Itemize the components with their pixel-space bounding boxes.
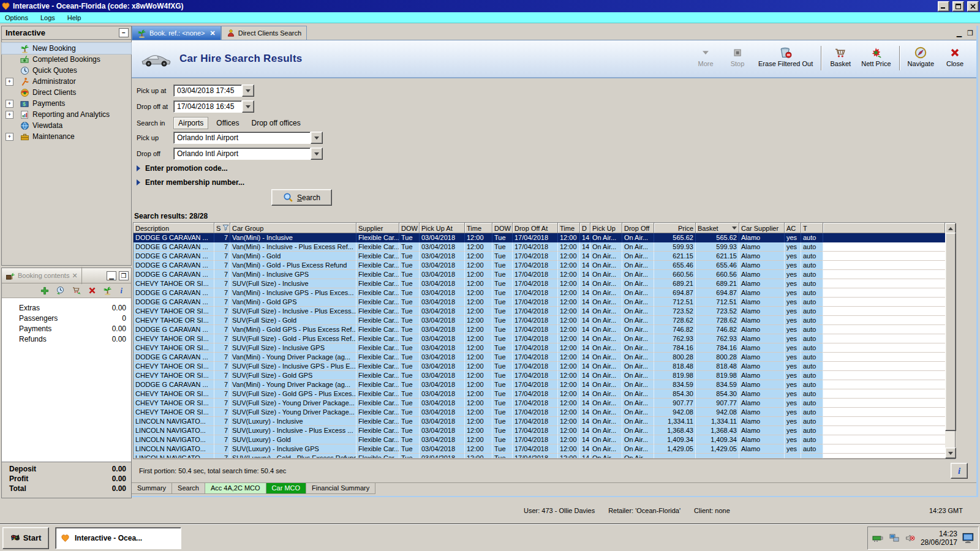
result-row[interactable]: DODGE G CARAVAN ...7Van(Mini) - Inclusiv… bbox=[134, 233, 945, 242]
pickup-at-dropdown-icon[interactable] bbox=[242, 84, 254, 97]
column-header-basket[interactable]: Basket bbox=[696, 223, 739, 233]
dropoff-value[interactable]: Orlando Intl Airport bbox=[173, 148, 311, 160]
sidebar-item-new-booking[interactable]: +New Booking bbox=[2, 43, 131, 54]
column-header-time[interactable]: Time bbox=[465, 223, 492, 233]
column-header-supplier[interactable]: Supplier bbox=[356, 223, 399, 233]
sidebar-item-completed-bookings[interactable]: +Completed Bookings bbox=[2, 54, 131, 65]
result-row[interactable]: DODGE G CARAVAN ...7Van(Mini) - Inclusiv… bbox=[134, 270, 945, 279]
start-button[interactable]: Start bbox=[2, 527, 49, 549]
column-header-s[interactable]: S bbox=[214, 223, 230, 233]
column-header-dow[interactable]: DOW bbox=[492, 223, 513, 233]
result-row[interactable]: DODGE G CARAVAN ...7Van(Mini) - Young Dr… bbox=[134, 353, 945, 362]
expand-icon[interactable]: + bbox=[6, 111, 13, 119]
search-in-option-drop-off-offices[interactable]: Drop off offices bbox=[247, 118, 304, 129]
maximize-view-button[interactable]: ❒ bbox=[119, 271, 129, 280]
sidebar-item-viewdata[interactable]: +Viewdata bbox=[2, 120, 131, 131]
delete-icon[interactable] bbox=[88, 287, 96, 294]
taskbar-task-button[interactable]: Interactive - Ocea... bbox=[55, 527, 181, 549]
result-row[interactable]: LINCOLN NAVIGATO...7SUV(Luxury) - Inclus… bbox=[134, 417, 945, 426]
result-row[interactable]: DODGE G CARAVAN ...7Van(Mini) - Gold GPS… bbox=[134, 325, 945, 334]
pickup-at-field[interactable]: 03/04/2018 17:45 bbox=[173, 84, 254, 97]
navigate-button[interactable]: Navigate bbox=[903, 45, 938, 69]
result-row[interactable]: LINCOLN NAVIGATO...7SUV(Luxury) - GoldFl… bbox=[134, 435, 945, 444]
result-row[interactable]: DODGE G CARAVAN ...7Van(Mini) - GoldFlex… bbox=[134, 252, 945, 261]
bottom-tab-summary[interactable]: Summary bbox=[132, 483, 172, 494]
result-row[interactable]: CHEVY TAHOE OR SI...7SUV(Full Size) - In… bbox=[134, 279, 945, 288]
info-button[interactable]: i bbox=[951, 463, 968, 479]
booking-row-passengers[interactable]: Passengers0 bbox=[2, 313, 131, 323]
bottom-tab-acc-4a-2c-mco[interactable]: Acc 4A,2C MCO bbox=[205, 483, 266, 494]
dropoff-at-dropdown-icon[interactable] bbox=[242, 100, 254, 113]
result-row[interactable]: CHEVY TAHOE OR SI...7SUV(Full Size) - In… bbox=[134, 362, 945, 371]
dropoff-at-field[interactable]: 17/04/2018 16:45 bbox=[173, 100, 254, 113]
result-row[interactable]: CHEVY TAHOE OR SI...7SUV(Full Size) - In… bbox=[134, 343, 945, 353]
info-icon[interactable]: i bbox=[119, 287, 125, 295]
sidebar-item-maintenance[interactable]: +Maintenance bbox=[2, 131, 131, 142]
bottom-tab-financial-summary[interactable]: Financial Summary bbox=[306, 483, 375, 494]
result-row[interactable]: DODGE G CARAVAN ...7Van(Mini) - Young Dr… bbox=[134, 380, 945, 389]
palm-tree-icon[interactable] bbox=[103, 286, 112, 295]
result-row[interactable]: DODGE G CARAVAN ...7Van(Mini) - Gold - P… bbox=[134, 261, 945, 270]
erase-filtered-out-button[interactable]: Erase Filtered Out bbox=[754, 45, 817, 69]
dropoff-at-value[interactable]: 17/04/2018 16:45 bbox=[173, 100, 242, 113]
bottom-tab-search[interactable]: Search bbox=[172, 483, 205, 494]
column-header-time[interactable]: Time bbox=[558, 223, 580, 233]
minimize-view-button[interactable]: ▁ bbox=[107, 271, 116, 280]
minimize-button[interactable] bbox=[938, 1, 949, 12]
result-row[interactable]: LINCOLN NAVIGATO...7SUV(Luxury) - Inclus… bbox=[134, 426, 945, 435]
menu-item-help[interactable]: Help bbox=[67, 14, 81, 21]
result-row[interactable]: LINCOLN NAVIGATO...7SUV(Luxury) - Gold -… bbox=[134, 454, 945, 459]
result-row[interactable]: CHEVY TAHOE OR SI...7SUV(Full Size) - Go… bbox=[134, 334, 945, 343]
scroll-down-icon[interactable] bbox=[945, 448, 956, 459]
add-icon[interactable] bbox=[40, 287, 49, 295]
add-to-basket-icon[interactable] bbox=[72, 286, 81, 295]
column-header-car-supplier[interactable]: Car Supplier bbox=[739, 223, 785, 233]
maximize-button[interactable] bbox=[952, 1, 964, 12]
network-card-icon[interactable] bbox=[872, 533, 884, 543]
bottom-tab-car-mco[interactable]: Car MCO bbox=[266, 483, 306, 494]
menu-item-logs[interactable]: Logs bbox=[40, 14, 55, 21]
expand-icon[interactable]: + bbox=[6, 100, 13, 108]
column-header-price[interactable]: Price bbox=[654, 223, 696, 233]
close-button[interactable]: Close bbox=[940, 45, 970, 69]
volume-muted-icon[interactable] bbox=[905, 533, 916, 543]
tab-book-ref-none-[interactable]: Book. ref.: <none>✕ bbox=[132, 26, 221, 40]
pickup-field[interactable]: Orlando Intl Airport bbox=[173, 132, 323, 144]
display-icon[interactable] bbox=[962, 533, 974, 544]
expand-icon[interactable]: + bbox=[6, 133, 13, 141]
column-header-drop-off[interactable]: Drop Off bbox=[622, 223, 654, 233]
column-header-dow[interactable]: DOW bbox=[399, 223, 420, 233]
menu-item-options[interactable]: Options bbox=[5, 14, 28, 21]
result-row[interactable]: CHEVY TAHOE OR SI...7SUV(Full Size) - Go… bbox=[134, 371, 945, 380]
dropoff-field[interactable]: Orlando Intl Airport bbox=[173, 148, 323, 160]
booking-contents-tab[interactable]: Booking contents ✕ bbox=[4, 267, 82, 284]
sidebar-item-reporting-and-analytics[interactable]: +Reporting and Analytics bbox=[2, 109, 131, 120]
result-row[interactable]: CHEVY TAHOE OR SI...7SUV(Full Size) - Go… bbox=[134, 316, 945, 325]
column-header-description[interactable]: Description bbox=[134, 223, 214, 233]
column-header-ac[interactable]: AC bbox=[785, 223, 801, 233]
column-header-pick-up-at[interactable]: Pick Up At bbox=[420, 223, 465, 233]
promotion-code-expander[interactable]: Enter promotion code... bbox=[137, 164, 228, 173]
search-in-option-airports[interactable]: Airports bbox=[173, 117, 208, 129]
result-row[interactable]: CHEVY TAHOE OR SI...7SUV(Full Size) - Yo… bbox=[134, 408, 945, 417]
dropoff-dropdown-icon[interactable] bbox=[311, 148, 323, 160]
booking-row-payments[interactable]: Payments0.00 bbox=[2, 323, 131, 334]
mdi-minimize-button[interactable]: ▁ bbox=[954, 29, 964, 37]
nett-price-button[interactable]: Nett Price bbox=[857, 45, 895, 69]
pickup-dropdown-icon[interactable] bbox=[311, 132, 323, 144]
expand-icon[interactable]: + bbox=[6, 78, 13, 86]
vertical-scrollbar[interactable] bbox=[945, 223, 955, 459]
sidebar-item-payments[interactable]: +$Payments bbox=[2, 98, 131, 109]
pickup-value[interactable]: Orlando Intl Airport bbox=[173, 132, 311, 144]
tab-direct-clients-search[interactable]: Direct Clients Search bbox=[221, 26, 307, 40]
booking-row-extras[interactable]: Extras0.00 bbox=[2, 302, 131, 313]
mdi-maximize-button[interactable]: ❒ bbox=[965, 29, 975, 37]
sidebar-item-administrator[interactable]: +Administrator bbox=[2, 76, 131, 87]
column-header-pick-up[interactable]: Pick Up bbox=[590, 223, 622, 233]
sidebar-item-direct-clients[interactable]: +Direct Clients bbox=[2, 87, 131, 98]
close-window-button[interactable] bbox=[967, 1, 979, 12]
pickup-at-value[interactable]: 03/04/2018 17:45 bbox=[173, 84, 242, 97]
search-button[interactable]: Search bbox=[271, 189, 332, 206]
sidebar-item-quick-quotes[interactable]: +Quick Quotes bbox=[2, 65, 131, 76]
collapse-panel-button[interactable]: − bbox=[119, 28, 129, 37]
